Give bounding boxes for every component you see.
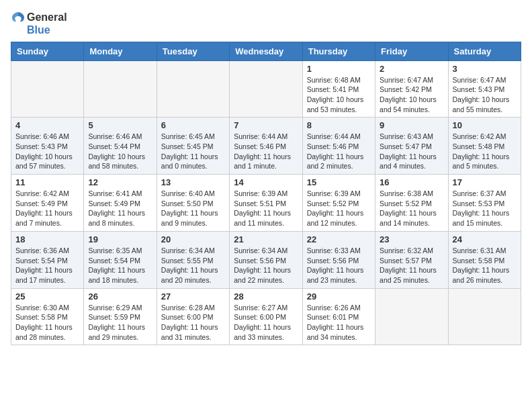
logo-container: General Blue	[11, 11, 67, 36]
day-info: Sunrise: 6:34 AM Sunset: 5:55 PM Dayligh…	[161, 246, 225, 285]
day-info: Sunrise: 6:45 AM Sunset: 5:45 PM Dayligh…	[161, 132, 225, 171]
day-info: Sunrise: 6:46 AM Sunset: 5:44 PM Dayligh…	[88, 132, 152, 171]
day-number: 10	[453, 120, 517, 130]
day-info: Sunrise: 6:42 AM Sunset: 5:49 PM Dayligh…	[15, 189, 79, 228]
day-info: Sunrise: 6:26 AM Sunset: 6:01 PM Dayligh…	[307, 303, 371, 342]
calendar-cell: 14Sunrise: 6:39 AM Sunset: 5:51 PM Dayli…	[230, 175, 302, 232]
day-info: Sunrise: 6:48 AM Sunset: 5:41 PM Dayligh…	[307, 75, 371, 115]
day-number: 7	[234, 120, 298, 130]
day-info: Sunrise: 6:33 AM Sunset: 5:56 PM Dayligh…	[307, 246, 371, 285]
day-number: 12	[88, 177, 152, 187]
day-number: 29	[307, 291, 371, 302]
calendar-week-row: 1Sunrise: 6:48 AM Sunset: 5:41 PM Daylig…	[11, 60, 521, 118]
calendar-cell: 8Sunrise: 6:44 AM Sunset: 5:46 PM Daylig…	[302, 118, 375, 175]
calendar-cell: 12Sunrise: 6:41 AM Sunset: 5:49 PM Dayli…	[84, 175, 157, 232]
day-info: Sunrise: 6:46 AM Sunset: 5:43 PM Dayligh…	[15, 132, 79, 171]
day-info: Sunrise: 6:39 AM Sunset: 5:52 PM Dayligh…	[307, 189, 371, 228]
calendar-cell	[11, 60, 84, 118]
calendar-cell: 10Sunrise: 6:42 AM Sunset: 5:48 PM Dayli…	[448, 118, 521, 175]
logo: General Blue	[11, 11, 67, 36]
weekday-header-thursday: Thursday	[302, 42, 375, 60]
day-number: 6	[161, 120, 225, 130]
weekday-header-saturday: Saturday	[448, 42, 521, 60]
calendar-cell: 3Sunrise: 6:47 AM Sunset: 5:43 PM Daylig…	[448, 60, 521, 118]
weekday-header-monday: Monday	[84, 42, 157, 60]
day-number: 13	[161, 177, 225, 187]
day-number: 28	[234, 291, 298, 302]
calendar-cell: 26Sunrise: 6:29 AM Sunset: 5:59 PM Dayli…	[84, 288, 157, 345]
day-number: 17	[453, 177, 517, 187]
day-number: 15	[307, 177, 371, 187]
calendar-cell: 15Sunrise: 6:39 AM Sunset: 5:52 PM Dayli…	[302, 175, 375, 232]
day-info: Sunrise: 6:37 AM Sunset: 5:53 PM Dayligh…	[453, 189, 517, 228]
day-number: 23	[380, 234, 443, 244]
calendar-cell: 17Sunrise: 6:37 AM Sunset: 5:53 PM Dayli…	[448, 175, 521, 232]
day-info: Sunrise: 6:39 AM Sunset: 5:51 PM Dayligh…	[234, 189, 298, 228]
calendar-cell: 16Sunrise: 6:38 AM Sunset: 5:52 PM Dayli…	[375, 175, 448, 232]
day-number: 11	[15, 177, 79, 187]
day-number: 21	[234, 234, 298, 244]
calendar-cell	[157, 60, 229, 118]
day-number: 14	[234, 177, 298, 187]
calendar-cell: 2Sunrise: 6:47 AM Sunset: 5:42 PM Daylig…	[375, 60, 448, 118]
day-info: Sunrise: 6:30 AM Sunset: 5:58 PM Dayligh…	[15, 303, 79, 342]
header: General Blue	[11, 11, 521, 36]
calendar-cell: 19Sunrise: 6:35 AM Sunset: 5:54 PM Dayli…	[84, 231, 157, 288]
day-info: Sunrise: 6:38 AM Sunset: 5:52 PM Dayligh…	[380, 189, 443, 228]
calendar-cell: 27Sunrise: 6:28 AM Sunset: 6:00 PM Dayli…	[157, 288, 229, 345]
day-number: 1	[307, 64, 371, 74]
calendar-week-row: 18Sunrise: 6:36 AM Sunset: 5:54 PM Dayli…	[11, 231, 521, 288]
day-number: 8	[307, 120, 371, 130]
day-number: 16	[380, 177, 443, 187]
weekday-header-sunday: Sunday	[11, 42, 84, 60]
day-number: 2	[380, 64, 443, 74]
calendar-cell	[448, 288, 521, 345]
day-number: 24	[453, 234, 517, 244]
weekday-header-tuesday: Tuesday	[157, 42, 229, 60]
day-info: Sunrise: 6:27 AM Sunset: 6:00 PM Dayligh…	[234, 303, 298, 342]
calendar-cell: 1Sunrise: 6:48 AM Sunset: 5:41 PM Daylig…	[302, 60, 375, 118]
day-number: 3	[453, 64, 517, 74]
day-info: Sunrise: 6:34 AM Sunset: 5:56 PM Dayligh…	[234, 246, 298, 285]
day-info: Sunrise: 6:32 AM Sunset: 5:57 PM Dayligh…	[380, 246, 443, 285]
day-number: 4	[15, 120, 79, 130]
day-info: Sunrise: 6:42 AM Sunset: 5:48 PM Dayligh…	[453, 132, 517, 171]
day-info: Sunrise: 6:43 AM Sunset: 5:47 PM Dayligh…	[380, 132, 443, 171]
calendar-week-row: 11Sunrise: 6:42 AM Sunset: 5:49 PM Dayli…	[11, 175, 521, 232]
calendar-cell: 22Sunrise: 6:33 AM Sunset: 5:56 PM Dayli…	[302, 231, 375, 288]
calendar-week-row: 25Sunrise: 6:30 AM Sunset: 5:58 PM Dayli…	[11, 288, 521, 345]
calendar-cell: 21Sunrise: 6:34 AM Sunset: 5:56 PM Dayli…	[230, 231, 302, 288]
calendar-cell: 9Sunrise: 6:43 AM Sunset: 5:47 PM Daylig…	[375, 118, 448, 175]
day-number: 25	[15, 291, 79, 302]
calendar-cell: 29Sunrise: 6:26 AM Sunset: 6:01 PM Dayli…	[302, 288, 375, 345]
day-number: 18	[15, 234, 79, 244]
day-info: Sunrise: 6:29 AM Sunset: 5:59 PM Dayligh…	[88, 303, 152, 342]
calendar-cell: 20Sunrise: 6:34 AM Sunset: 5:55 PM Dayli…	[157, 231, 229, 288]
day-number: 5	[88, 120, 152, 130]
day-info: Sunrise: 6:40 AM Sunset: 5:50 PM Dayligh…	[161, 189, 225, 228]
calendar-cell: 4Sunrise: 6:46 AM Sunset: 5:43 PM Daylig…	[11, 118, 84, 175]
calendar-cell: 28Sunrise: 6:27 AM Sunset: 6:00 PM Dayli…	[230, 288, 302, 345]
calendar-table: SundayMondayTuesdayWednesdayThursdayFrid…	[11, 42, 521, 346]
logo-bird-icon	[11, 11, 26, 24]
weekday-header-row: SundayMondayTuesdayWednesdayThursdayFrid…	[11, 42, 521, 60]
day-info: Sunrise: 6:35 AM Sunset: 5:54 PM Dayligh…	[88, 246, 152, 285]
logo-blue: Blue	[27, 24, 67, 36]
calendar-cell: 13Sunrise: 6:40 AM Sunset: 5:50 PM Dayli…	[157, 175, 229, 232]
calendar-cell: 7Sunrise: 6:44 AM Sunset: 5:46 PM Daylig…	[230, 118, 302, 175]
calendar-cell: 18Sunrise: 6:36 AM Sunset: 5:54 PM Dayli…	[11, 231, 84, 288]
day-number: 9	[380, 120, 443, 130]
calendar-week-row: 4Sunrise: 6:46 AM Sunset: 5:43 PM Daylig…	[11, 118, 521, 175]
weekday-header-wednesday: Wednesday	[230, 42, 302, 60]
day-info: Sunrise: 6:41 AM Sunset: 5:49 PM Dayligh…	[88, 189, 152, 228]
day-info: Sunrise: 6:47 AM Sunset: 5:43 PM Dayligh…	[453, 75, 517, 115]
day-info: Sunrise: 6:44 AM Sunset: 5:46 PM Dayligh…	[234, 132, 298, 171]
calendar-cell: 5Sunrise: 6:46 AM Sunset: 5:44 PM Daylig…	[84, 118, 157, 175]
day-number: 27	[161, 291, 225, 302]
day-number: 22	[307, 234, 371, 244]
day-info: Sunrise: 6:36 AM Sunset: 5:54 PM Dayligh…	[15, 246, 79, 285]
day-number: 26	[88, 291, 152, 302]
day-number: 20	[161, 234, 225, 244]
logo-general: General	[27, 11, 67, 24]
calendar-cell	[375, 288, 448, 345]
